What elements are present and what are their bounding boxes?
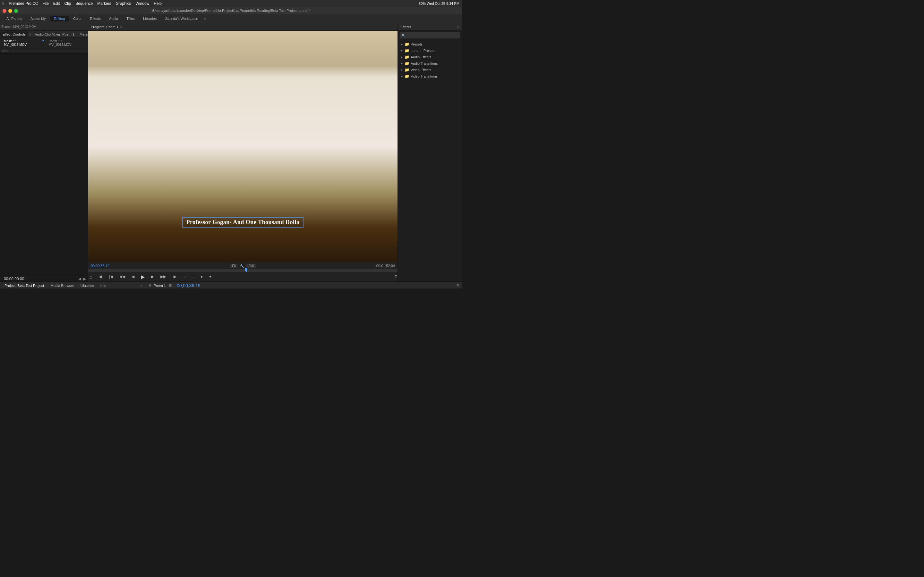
bottom-section: Project: Beta Test Project Media Browser… <box>0 282 462 288</box>
extract-button[interactable]: □ <box>191 274 195 279</box>
menu-edit[interactable]: Edit <box>53 1 60 6</box>
tab-media-browser[interactable]: Media Browser <box>48 283 76 288</box>
project-tabs: Project: Beta Test Project Media Browser… <box>0 282 145 288</box>
timecode-bottom: 00:00:00:00 ◀ ▶ <box>0 276 88 282</box>
monitor-zoom-controls: Fit 🔧 Full <box>230 264 255 268</box>
button-editor-icon[interactable]: ☰ <box>394 275 397 279</box>
effects-item-audio-effects[interactable]: ► 📁 Audio Effects <box>398 54 462 60</box>
tab-effect-controls[interactable]: Effect Controls <box>0 31 28 37</box>
chevron-video-transitions: ► <box>401 75 403 78</box>
nav-assembly[interactable]: Assembly <box>27 16 50 21</box>
menu-file[interactable]: File <box>42 1 48 6</box>
mark-in-button[interactable]: △ <box>88 274 94 279</box>
nav-titles[interactable]: Titles <box>123 16 139 21</box>
program-title: Program: Poem 1 <box>91 25 118 29</box>
timeline-title: Poem 1 <box>153 284 166 287</box>
seq-tab-arrow: ► <box>41 39 45 47</box>
folder-audio-transitions-icon: 📁 <box>405 61 409 66</box>
scrubber-track <box>88 269 397 272</box>
timeline-settings-icon[interactable]: ⚙ <box>456 284 459 287</box>
nav-workspace[interactable]: Jacinda's Workspace <box>161 16 202 21</box>
folder-video-transitions-icon: 📁 <box>405 74 409 79</box>
effects-item-video-effects[interactable]: ► 📁 Video Effects <box>398 67 462 73</box>
folder-audio-effects-icon: 📁 <box>405 55 409 59</box>
tab-libraries[interactable]: Libraries <box>78 283 97 288</box>
folder-video-effects-icon: 📁 <box>405 68 409 72</box>
go-to-in-button[interactable]: ◀| <box>97 274 104 279</box>
program-header: Program: Poem 1 ☰ <box>88 23 397 31</box>
apple-icon[interactable]:  <box>3 1 4 6</box>
tab-project[interactable]: Project: Beta Test Project <box>2 283 47 288</box>
project-tabs-chevron[interactable]: » <box>139 284 144 287</box>
prev-frame-icon[interactable]: ◀ <box>78 277 81 281</box>
lift-button[interactable]: □ <box>182 274 186 279</box>
go-to-out-button[interactable]: |▶ <box>171 274 178 279</box>
monitor-scrubber[interactable] <box>88 269 397 272</box>
chevron-video-effects: ► <box>401 68 403 71</box>
close-button[interactable] <box>3 9 6 13</box>
nav-effects[interactable]: Effects <box>86 16 105 21</box>
search-icon: 🔍 <box>402 34 405 37</box>
maximize-button[interactable] <box>14 9 18 13</box>
step-back-button[interactable]: |◀ <box>108 274 114 279</box>
camera-icon[interactable]: ● <box>199 274 204 279</box>
program-menu-icon[interactable]: ☰ <box>120 25 122 29</box>
menu-markers[interactable]: Markers <box>97 1 111 6</box>
chevron-audio-effects: ► <box>401 55 403 59</box>
monitor-zoom-select[interactable]: Fit <box>230 264 237 268</box>
effects-item-presets[interactable]: ► 📁 Presets <box>398 41 462 47</box>
playback-controls: △ ◀| |◀ ◀◀ ◀ ▶ ▶ ▶▶ |▶ □ □ ● + ☰ <box>88 272 397 282</box>
timeline-close-icon[interactable]: ✖ <box>149 284 151 287</box>
effects-menu-icon[interactable]: ☰ <box>457 25 459 29</box>
center-panel: Program: Poem 1 ☰ Professor Gogan- And O… <box>88 23 398 282</box>
seq-tab-master[interactable]: Master * MVI_0013.MOV <box>2 39 40 47</box>
effects-item-audio-transitions[interactable]: ► 📁 Audio Transitions <box>398 60 462 67</box>
seq-tab-poem[interactable]: Poem 1 * MVI_0013.MOV <box>47 39 86 47</box>
window-controls <box>3 9 18 13</box>
caption-overlay: Professor Gogan- And One Thousand Dolla <box>103 217 382 227</box>
timeline-panel: ✖ Poem 1 ☰ 00;00;36;19 ⚙ ▶ ■ ■ △ 〈 〈 ↔ ✎… <box>146 282 462 288</box>
menu-bar:  Premiere Pro CC File Edit Clip Sequenc… <box>0 0 462 7</box>
play-button[interactable]: ▶ <box>140 273 146 280</box>
tab-info[interactable]: Info <box>98 283 109 288</box>
app-name: Premiere Pro CC <box>9 1 38 6</box>
step-frame-fwd[interactable]: ▶ <box>150 274 155 279</box>
effects-header: Effects ☰ <box>398 23 462 31</box>
monitor-timecode-end: 00;01;52;04 <box>376 264 395 268</box>
sequence-tabs: Master * MVI_0013.MOV ► Poem 1 * MVI_001… <box>0 38 88 48</box>
nav-editing[interactable]: Editing <box>50 16 69 21</box>
effect-controls-tabs: Effect Controls ◕ Audio Clip Mixer: Poem… <box>0 31 88 38</box>
menu-graphics[interactable]: Graphics <box>116 1 131 6</box>
effects-title: Effects <box>401 25 411 29</box>
project-path: /Users/jacindaalexander/Desktop/Promethi… <box>152 9 310 13</box>
top-nav: All Panels Assembly Editing Color Effect… <box>0 14 462 23</box>
menu-help[interactable]: Help <box>153 1 162 6</box>
fast-forward-button[interactable]: ▶▶ <box>159 274 168 279</box>
rewind-button[interactable]: ◀◀ <box>118 274 126 279</box>
next-frame-icon[interactable]: ▶ <box>83 277 86 281</box>
tab-audio-clip-mixer[interactable]: Audio Clip Mixer: Poem 1 <box>32 31 77 37</box>
wrench-icon[interactable]: 🔧 <box>240 264 244 268</box>
monitor-quality-select[interactable]: Full <box>246 264 255 268</box>
main-layout: Source: MVI_0013.MOV Effect Controls ◕ A… <box>0 23 462 282</box>
minimize-button[interactable] <box>8 9 12 13</box>
effects-item-video-transitions[interactable]: ► 📁 Video Transitions <box>398 73 462 79</box>
nav-audio[interactable]: Audio <box>105 16 122 21</box>
project-panel: Project: Beta Test Project Media Browser… <box>0 282 146 288</box>
nav-more-chevron[interactable]: » <box>203 17 207 21</box>
nav-libraries[interactable]: Libraries <box>139 16 160 21</box>
menu-window[interactable]: Window <box>136 1 150 6</box>
menu-clip[interactable]: Clip <box>65 1 71 6</box>
nav-all-panels[interactable]: All Panels <box>3 16 26 21</box>
folder-presets-icon: 📁 <box>405 42 409 47</box>
menu-sequence[interactable]: Sequence <box>75 1 93 6</box>
add-marker-button[interactable]: + <box>208 274 213 279</box>
step-frame-back[interactable]: ◀ <box>130 274 136 279</box>
effects-item-lumetri[interactable]: ► 📁 Lumetri Presets <box>398 47 462 54</box>
nav-color[interactable]: Color <box>69 16 86 21</box>
timeline-menu-icon[interactable]: ☰ <box>169 284 172 287</box>
chevron-presets: ► <box>401 43 403 46</box>
panel-tabs: Source: MVI_0013.MOV <box>0 23 88 31</box>
source-controls: ◀ ▶ <box>78 277 86 281</box>
effects-search[interactable]: 🔍 <box>400 32 460 39</box>
